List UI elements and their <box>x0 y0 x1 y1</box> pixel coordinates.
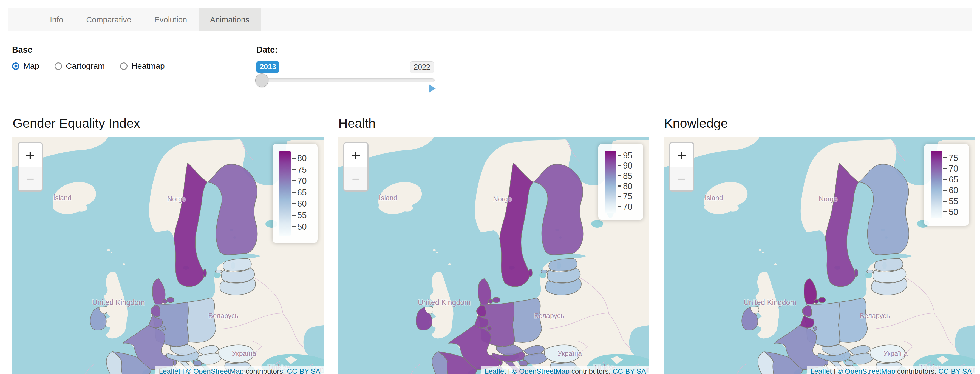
legend-tick-label: 80 <box>297 154 307 162</box>
country-pl[interactable] <box>838 298 867 342</box>
zoom-out-button[interactable]: − <box>344 167 368 190</box>
country-dk[interactable] <box>493 297 500 303</box>
map-place-label: Беларусь <box>534 312 564 320</box>
zoom-out-button[interactable]: − <box>19 167 42 190</box>
map-place-label: Norge <box>167 195 186 203</box>
attribution-link[interactable]: © OpenStreetMap <box>512 367 570 374</box>
legend-tick-label: 95 <box>623 151 632 160</box>
legend-tick-label: 65 <box>297 188 307 197</box>
leaflet-map[interactable]: ÍslandNorgeUnited KingdomБеларусьУкраїна… <box>12 137 323 374</box>
attribution-link[interactable]: Leaflet <box>159 367 180 374</box>
legend-gradient-bar <box>931 151 942 219</box>
country-si[interactable] <box>193 360 202 366</box>
legend-gradient-bar <box>605 151 616 212</box>
attribution-link[interactable]: CC-BY-SA <box>938 367 972 374</box>
slider-track[interactable] <box>257 78 434 82</box>
country-pl[interactable] <box>187 298 216 342</box>
country-se[interactable] <box>529 269 532 277</box>
legend-tick-label: 80 <box>623 182 632 190</box>
tab-comparative[interactable]: Comparative <box>75 8 143 31</box>
country-si[interactable] <box>845 360 853 366</box>
map-place-label: Беларусь <box>860 312 890 320</box>
landmass <box>448 263 451 266</box>
country-se[interactable] <box>855 269 858 277</box>
map-place-label: United Kingdom <box>744 298 796 307</box>
map-title: Health <box>338 116 649 131</box>
attribution-link[interactable]: Leaflet <box>810 367 832 374</box>
map-title: Gender Equality Index <box>13 116 323 131</box>
radio-unselected-icon[interactable] <box>54 62 62 70</box>
map-title: Knowledge <box>664 116 975 131</box>
attribution-text: | <box>506 367 512 374</box>
tab-evolution[interactable]: Evolution <box>143 8 199 31</box>
base-label: Base <box>12 45 256 55</box>
zoom-out-button[interactable]: − <box>670 167 693 190</box>
tab-info[interactable]: Info <box>38 8 75 31</box>
radio-cartogram[interactable]: Cartogram <box>54 61 105 71</box>
zoom-in-button[interactable]: + <box>19 143 42 167</box>
legend-tick-label: 75 <box>623 192 632 201</box>
legend-tick-label: 70 <box>297 177 307 185</box>
map-place-label: Беларусь <box>208 312 238 320</box>
play-icon[interactable] <box>429 84 436 93</box>
slider-handle[interactable] <box>255 73 269 87</box>
legend-tick-mark <box>292 203 296 204</box>
zoom-control: +− <box>343 142 369 192</box>
legend-tick-mark <box>943 179 947 180</box>
sea-area <box>591 220 603 228</box>
map-place-label: Ísland <box>53 194 72 202</box>
country-ee[interactable] <box>867 270 873 273</box>
attribution-link[interactable]: CC-BY-SA <box>287 367 320 374</box>
attribution-link[interactable]: CC-BY-SA <box>612 367 646 374</box>
country-dk[interactable] <box>488 300 493 303</box>
legend-tick-mark <box>292 226 296 227</box>
country-dk[interactable] <box>814 300 818 303</box>
attribution-text: contributors, <box>570 367 613 374</box>
date-label: Date: <box>256 45 436 55</box>
attribution-link[interactable]: © OpenStreetMap <box>186 367 244 374</box>
country-dk[interactable] <box>162 300 167 303</box>
landmass <box>436 252 438 253</box>
map-place-label: United Kingdom <box>418 298 471 307</box>
base-radio-group: MapCartogramHeatmap <box>12 61 256 71</box>
map-attribution: Leaflet | © OpenStreetMap contributors, … <box>481 366 649 374</box>
landmass <box>110 252 112 253</box>
legend-tick-label: 75 <box>949 154 958 162</box>
country-ee[interactable] <box>215 270 222 273</box>
radio-map[interactable]: Map <box>12 61 39 71</box>
leaflet-map[interactable]: ÍslandNorgeUnited KingdomБеларусьУкраїна… <box>663 137 975 374</box>
legend-tick-mark <box>617 155 621 156</box>
radio-unselected-icon[interactable] <box>120 62 127 70</box>
legend-tick-label: 70 <box>623 203 632 211</box>
leaflet-map[interactable]: ÍslandNorgeUnited KingdomБеларусьУкраїна… <box>338 137 649 374</box>
legend-tick-label: 65 <box>949 175 958 184</box>
country-si[interactable] <box>519 360 528 366</box>
color-legend: 959085807570 <box>598 144 643 220</box>
radio-heatmap[interactable]: Heatmap <box>120 61 165 71</box>
legend-body: 959085807570 <box>605 151 637 212</box>
attribution-text: | <box>832 367 837 374</box>
country-ee[interactable] <box>541 270 547 273</box>
country-pl[interactable] <box>513 298 542 342</box>
legend-tick-label: 85 <box>623 172 632 180</box>
zoom-in-button[interactable]: + <box>344 143 368 167</box>
legend-tick-label: 55 <box>297 211 307 219</box>
slider-current-value: 2013 <box>256 61 279 73</box>
attribution-link[interactable]: Leaflet <box>485 367 506 374</box>
attribution-link[interactable]: © OpenStreetMap <box>838 367 895 374</box>
radio-label: Map <box>23 61 39 71</box>
legend-tick-mark <box>943 211 947 212</box>
zoom-in-button[interactable]: + <box>670 143 693 167</box>
map-place-label: United Kingdom <box>92 298 145 307</box>
radio-label: Heatmap <box>131 61 165 71</box>
legend-tick-mark <box>617 196 621 197</box>
country-dk[interactable] <box>167 297 174 303</box>
map-place-label: Україна <box>558 350 582 357</box>
map-panel-3: KnowledgeÍslandNorgeUnited KingdomБелару… <box>663 116 975 374</box>
legend-tick-label: 50 <box>949 208 958 216</box>
country-se[interactable] <box>203 269 207 277</box>
country-dk[interactable] <box>818 297 826 303</box>
tab-animations[interactable]: Animations <box>199 8 261 31</box>
radio-selected-icon[interactable] <box>12 62 19 70</box>
date-control: Date: 2013 2022 <box>256 45 436 94</box>
